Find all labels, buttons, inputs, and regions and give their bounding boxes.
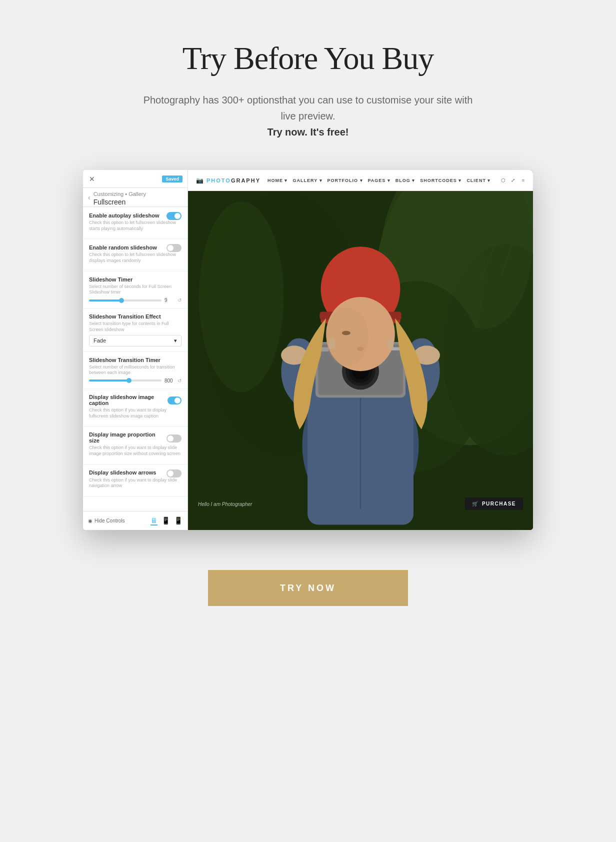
- setting-label-caption: Display slideshow image caption: [89, 394, 168, 406]
- nav-logo-text: PHOTOGRAPHY: [206, 178, 260, 184]
- device-icons: 🖥 📱 📱: [150, 516, 182, 526]
- slider-track-trans[interactable]: [89, 380, 162, 382]
- slider-reset-timer[interactable]: ↺: [178, 298, 182, 303]
- subtitle-cta: Try now. It's free!: [268, 126, 349, 138]
- slider-value-trans: 800: [164, 378, 174, 384]
- subtitle-text: Photography has 300+ optionsthat you can…: [144, 94, 473, 122]
- hide-controls[interactable]: ◉ Hide Controls: [88, 518, 125, 524]
- preview-area: 📷 PHOTOGRAPHY HOME ▾ GALLERY ▾ PORTFOLIO…: [188, 170, 533, 530]
- nav-pages[interactable]: PAGES ▾: [368, 178, 390, 183]
- setting-desc-trans-timer: Select number of milliseconds for transi…: [89, 364, 182, 376]
- toggle-knob: [174, 213, 180, 219]
- page-subtitle: Photography has 300+ optionsthat you can…: [138, 92, 478, 140]
- purchase-button[interactable]: 🛒 PURCHASE: [465, 498, 523, 510]
- nav-home[interactable]: HOME ▾: [268, 178, 288, 183]
- toggle-knob: [168, 436, 174, 442]
- chevron-down-icon: ▾: [174, 338, 177, 344]
- svg-rect-26: [321, 348, 329, 352]
- customizer-breadcrumb: ‹ Customizing • Gallery Fullscreen: [83, 188, 188, 207]
- eye-icon: ◉: [88, 518, 92, 524]
- setting-desc-timer: Select number of seconds for Full Screen…: [89, 284, 182, 296]
- slider-track-timer[interactable]: [89, 300, 162, 302]
- nav-gallery[interactable]: GALLERY ▾: [293, 178, 322, 183]
- svg-point-33: [342, 331, 350, 335]
- nav-portfolio[interactable]: PORTFOLIO ▾: [328, 178, 363, 183]
- setting-desc-arrows: Check this option if you want to display…: [89, 478, 182, 489]
- toggle-knob: [174, 398, 180, 404]
- slider-reset-trans[interactable]: ↺: [178, 378, 182, 384]
- try-now-label: TRY NOW: [280, 583, 336, 594]
- menu-icon[interactable]: ≡: [520, 177, 526, 184]
- toggle-proportion[interactable]: [166, 434, 182, 442]
- desktop-icon[interactable]: 🖥: [150, 516, 158, 526]
- slider-fill-trans: [89, 380, 129, 382]
- setting-label-proportion: Display image proportion size: [89, 432, 166, 444]
- customizer-panel: ✕ Saved ‹ Customizing • Gallery Fullscre…: [83, 170, 188, 530]
- nav-logo: 📷 PHOTOGRAPHY: [196, 177, 260, 184]
- svg-point-34: [358, 346, 364, 350]
- back-arrow-icon[interactable]: ‹: [88, 194, 90, 202]
- hero-bg: 🛒 PURCHASE Hello I am Photographer: [188, 191, 533, 530]
- setting-proportion: Display image proportion size Check this…: [83, 426, 188, 464]
- browser-screenshot: ✕ Saved ‹ Customizing • Gallery Fullscre…: [83, 170, 533, 530]
- setting-desc-proportion: Check this option if you want to display…: [89, 445, 182, 456]
- nav-shortcodes[interactable]: SHORTCODES ▾: [420, 178, 462, 183]
- breadcrumb-current: Fullscreen: [94, 198, 146, 206]
- tablet-icon[interactable]: 📱: [162, 516, 170, 526]
- hero-area: 🛒 PURCHASE Hello I am Photographer: [188, 191, 533, 530]
- setting-transition-effect: Slideshow Transition Effect Select trans…: [83, 308, 188, 352]
- close-button[interactable]: ✕: [88, 175, 96, 183]
- toggle-knob: [168, 245, 174, 251]
- transition-select[interactable]: Fade ▾: [89, 335, 182, 346]
- setting-random: Enable random slideshow Check this optio…: [83, 239, 188, 271]
- share-icon[interactable]: ⬡: [500, 177, 506, 184]
- setting-label-timer: Slideshow Timer: [89, 276, 182, 282]
- saved-badge: Saved: [162, 176, 182, 182]
- setting-label-autoplay: Enable autoplay slideshow: [89, 212, 160, 218]
- hero-image: [188, 191, 533, 530]
- slider-thumb-timer: [119, 298, 124, 303]
- cart-icon: 🛒: [472, 501, 479, 506]
- svg-rect-36: [387, 338, 394, 349]
- customizer-body: Enable autoplay slideshow Check this opt…: [83, 207, 188, 511]
- toggle-knob: [168, 470, 174, 476]
- svg-point-5: [199, 202, 284, 392]
- setting-caption: Display slideshow image caption Check th…: [83, 389, 188, 426]
- logo-photo: PHOTO: [206, 178, 231, 184]
- toggle-arrows[interactable]: [166, 470, 182, 478]
- customizer-bottom-bar: ◉ Hide Controls 🖥 📱 📱: [83, 511, 188, 530]
- slider-thumb-trans: [126, 378, 132, 383]
- setting-desc-autoplay: Check this option to let fullscreen slid…: [89, 220, 182, 232]
- expand-icon[interactable]: ⤢: [510, 177, 516, 184]
- mobile-icon[interactable]: 📱: [174, 516, 182, 526]
- setting-label-transition: Slideshow Transition Effect: [89, 314, 182, 320]
- select-value: Fade: [94, 338, 106, 344]
- svg-point-32: [326, 308, 368, 366]
- purchase-label: PURCHASE: [482, 501, 516, 506]
- setting-desc-random: Check this option to let fullscreen slid…: [89, 252, 182, 264]
- try-now-button[interactable]: TRY NOW: [208, 570, 408, 606]
- slider-value-timer: 9: [164, 298, 174, 303]
- logo-graphy: GRAPHY: [231, 178, 260, 184]
- nav-blog[interactable]: BLOG ▾: [396, 178, 416, 183]
- setting-timer: Slideshow Timer Select number of seconds…: [83, 272, 188, 308]
- setting-desc-transition: Select transition type for contents in F…: [89, 321, 182, 332]
- setting-autoplay: Enable autoplay slideshow Check this opt…: [83, 207, 188, 239]
- setting-label-arrows: Display slideshow arrows: [89, 470, 156, 476]
- hello-caption: Hello I am Photographer: [198, 502, 252, 507]
- nav-items: HOME ▾ GALLERY ▾ PORTFOLIO ▾ PAGES ▾ BLO…: [268, 177, 526, 184]
- setting-transition-timer: Slideshow Transition Timer Select number…: [83, 352, 188, 389]
- toggle-caption[interactable]: [168, 396, 182, 404]
- setting-arrows: Display slideshow arrows Check this opti…: [83, 464, 188, 496]
- slider-fill-timer: [89, 300, 122, 302]
- hide-controls-label: Hide Controls: [94, 518, 125, 524]
- setting-label-trans-timer: Slideshow Transition Timer: [89, 357, 182, 363]
- breadcrumb-path: Customizing • Gallery: [94, 191, 146, 197]
- preview-nav: 📷 PHOTOGRAPHY HOME ▾ GALLERY ▾ PORTFOLIO…: [188, 170, 533, 191]
- toggle-autoplay[interactable]: [166, 212, 182, 220]
- nav-client[interactable]: CLIENT ▾: [466, 178, 490, 183]
- camera-icon: 📷: [196, 177, 204, 184]
- page-title: Try Before You Buy: [182, 40, 434, 77]
- setting-label-random: Enable random slideshow: [89, 244, 157, 250]
- toggle-random[interactable]: [166, 244, 182, 252]
